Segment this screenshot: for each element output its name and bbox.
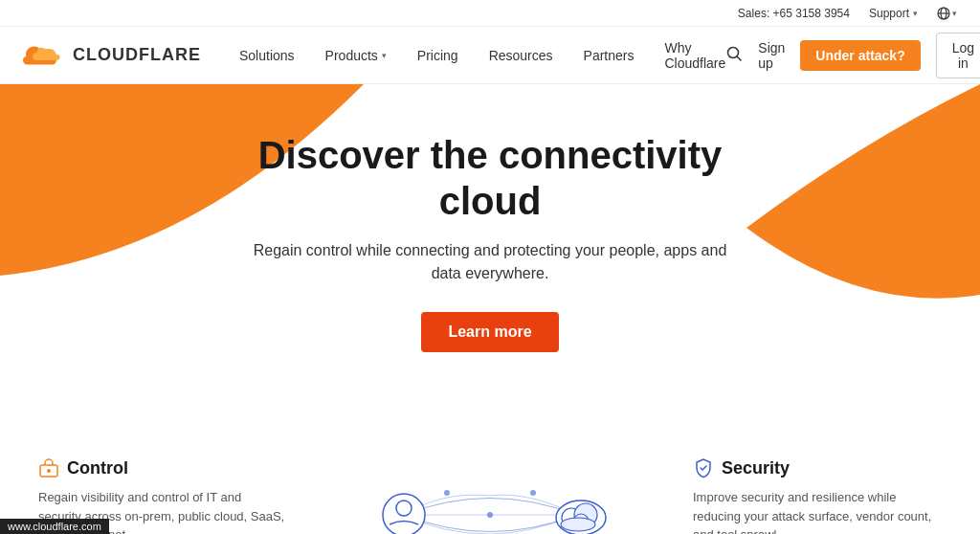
security-title: Security [722,458,790,478]
nav-pricing[interactable]: Pricing [417,48,458,63]
logo-text: CLOUDFLARE [73,45,201,65]
nav-partners[interactable]: Partners [584,48,635,63]
status-bar: www.cloudflare.com [0,519,109,534]
status-url: www.cloudflare.com [8,521,101,532]
nav-links: Solutions Products ▾ Pricing Resources P… [239,40,725,71]
sales-phone: Sales: +65 3158 3954 [738,7,850,20]
nav-why-cloudflare[interactable]: Why Cloudflare [664,40,725,71]
nav-products[interactable]: Products ▾ [325,48,387,63]
logo[interactable]: CLOUDFLARE [23,40,201,71]
hero-title: Discover the connectivity cloud [251,132,729,224]
under-attack-button[interactable]: Under attack? [800,40,920,71]
hero-subtitle: Regain control while connecting and prot… [251,239,729,285]
diagram-svg: Users Public Clouds [337,457,643,534]
hero-section: Discover the connectivity cloud Regain c… [0,84,980,438]
security-card: Security Improve security and resilience… [693,457,942,534]
control-icon [38,457,59,478]
support-chevron: ▾ [913,9,918,18]
nav-resources[interactable]: Resources [489,48,553,63]
nav-solutions[interactable]: Solutions [239,48,295,63]
nav-actions: Sign up Under attack? Log in [725,33,980,78]
security-icon [693,457,714,478]
svg-point-8 [444,490,450,496]
svg-line-4 [737,56,741,60]
svg-point-18 [561,518,595,531]
login-button[interactable]: Log in [936,33,980,78]
language-selector[interactable]: ▾ [937,7,957,20]
products-chevron: ▾ [382,51,387,60]
search-icon [725,45,743,62]
support-menu[interactable]: Support ▾ [869,7,918,20]
learn-more-button[interactable]: Learn more [421,312,558,352]
main-nav: CLOUDFLARE Solutions Products ▾ Pricing … [0,27,980,84]
feature-cards: Control Regain visibility and control of… [0,438,980,534]
svg-point-9 [530,490,536,496]
top-bar: Sales: +65 3158 3954 Support ▾ ▾ [0,0,980,27]
signup-button[interactable]: Sign up [758,40,785,71]
globe-chevron: ▾ [952,9,957,18]
cloudflare-logo-icon [23,40,65,71]
control-title: Control [67,458,128,478]
globe-icon [937,7,950,20]
security-card-header: Security [693,457,942,478]
svg-point-11 [487,512,493,518]
hero-content: Discover the connectivity cloud Regain c… [251,132,729,352]
security-text: Improve security and resilience while re… [693,488,942,534]
connectivity-diagram: Users Public Clouds [299,457,681,534]
svg-point-7 [47,469,51,473]
support-label: Support [869,7,909,20]
control-card-header: Control [38,457,287,478]
search-button[interactable] [725,45,743,66]
